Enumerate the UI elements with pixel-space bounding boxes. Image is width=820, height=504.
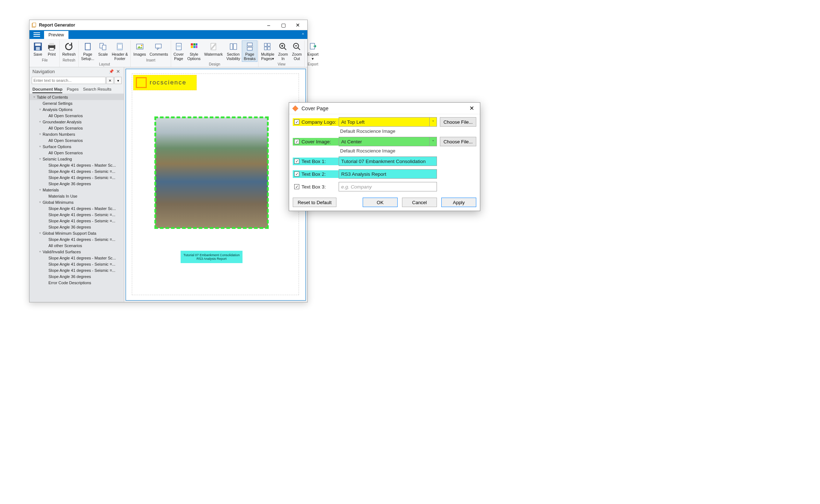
textbox1-input[interactable]: Tutorial 07 Embankment Consolidation [339,156,437,166]
tree-item[interactable]: ▿Materials [29,187,124,193]
cover-page-button[interactable]: Cover Page [172,40,186,62]
comments-button[interactable]: Comments [148,40,170,58]
tree-item[interactable]: Slope Angle 41 degrees - Master Sc... [29,205,124,211]
tree-item[interactable]: ▿Global Minimum Support Data [29,230,124,236]
textbox2-value: RS3 Analysis Report [341,171,386,177]
nav-search-go-button[interactable]: ▾ [114,77,122,84]
textbox3-input[interactable]: e.g. Company [339,182,437,191]
preview-area[interactable]: rocscience Tutorial 07 Embankment Consol… [124,67,307,302]
textbox1-checkbox[interactable]: ✓ [294,159,299,164]
cover-image [155,117,268,228]
reset-to-default-button[interactable]: Reset to Default [293,198,336,207]
tree-item[interactable]: ▿Table of Contents [29,94,124,100]
textbox2-checkbox[interactable]: ✓ [294,171,299,176]
ribbon-group-refresh-label: Refresh [63,58,75,63]
tree-item[interactable]: All Open Scenarios [29,150,124,156]
minimize-button[interactable]: – [261,20,276,30]
company-logo-box[interactable]: rocscience [133,75,197,90]
tree-item[interactable]: General Settings [29,100,124,106]
refresh-button[interactable]: Refresh [60,40,78,58]
cover-image-choose-file-button[interactable]: Choose File... [440,137,476,146]
nav-close-button[interactable]: ✕ [115,69,121,74]
tree-item[interactable]: Slope Angle 41 degrees - Seismic =... [29,218,124,224]
scale-button[interactable]: Scale [96,40,110,62]
nav-pin-button[interactable]: 📌 [107,69,115,74]
zoom-out-button[interactable]: Zoom Out [290,40,304,62]
tree-item[interactable]: Materials In Use [29,193,124,199]
cover-image-helper: Default Rocscience Image [293,147,476,156]
ok-button[interactable]: OK [363,198,398,207]
tree-item[interactable]: Slope Angle 41 degrees - Seismic =... [29,211,124,218]
nav-tab-document-map[interactable]: Document Map [32,86,62,93]
tree-item[interactable]: All Open Scenarios [29,112,124,119]
tab-preview[interactable]: Preview [44,30,68,39]
zoom-in-button[interactable]: Zoom In [276,40,290,62]
cancel-button[interactable]: Cancel [402,198,437,207]
ribbon-group-file-label: File [42,58,48,63]
tree-item[interactable]: Slope Angle 36 degrees [29,180,124,187]
print-button[interactable]: Print [45,40,59,58]
watermark-button[interactable]: Watermark [202,40,225,62]
maximize-button[interactable]: ▢ [276,20,291,30]
multiple-pages-icon [263,41,273,52]
export-button[interactable]: Export ▾ [305,40,320,62]
nav-search-clear-button[interactable]: ✕ [106,77,114,84]
close-button[interactable]: ✕ [291,20,305,30]
textbox2-label-cell: ✓ Text Box 2: [293,170,339,178]
tree-item[interactable]: ▿Surface Options [29,143,124,150]
tree-item[interactable]: Slope Angle 36 degrees [29,224,124,230]
cover-image-position-select[interactable]: At Center ˅ [339,137,437,146]
tree-item[interactable]: Slope Angle 41 degrees - Seismic =... [29,168,124,174]
tree-item[interactable]: All Open Scenarios [29,125,124,131]
apply-button[interactable]: Apply [441,198,476,207]
company-logo-choose-file-button[interactable]: Choose File... [440,117,476,127]
header-footer-button[interactable]: Header & Footer [110,40,130,62]
tree-item[interactable]: ▿Groundwater Analysis [29,119,124,125]
tree-item[interactable]: ▿Analysis Options [29,106,124,112]
nav-search-input[interactable] [32,77,106,84]
svg-rect-28 [193,46,196,48]
file-menu-button[interactable] [29,30,44,39]
tree-item[interactable]: Slope Angle 41 degrees - Master Sc... [29,255,124,261]
save-label: Save [33,52,42,57]
save-button[interactable]: Save [31,40,45,58]
cover-image-checkbox[interactable]: ✓ [294,139,299,144]
svg-rect-27 [191,46,193,48]
tree-item[interactable]: ▿Seismic Loading [29,156,124,162]
tree-item[interactable]: Slope Angle 36 degrees [29,273,124,279]
tree-item[interactable]: ▿Global Minimums [29,199,124,205]
tree-item[interactable]: Slope Angle 41 degrees - Seismic =... [29,236,124,242]
dialog-close-button[interactable]: ✕ [466,103,477,114]
tree-item[interactable]: All other Scenarios [29,242,124,249]
section-visibility-button[interactable]: Section Visibility [225,40,242,62]
page-breaks-button[interactable]: Page Breaks [242,40,257,62]
nav-tab-search-results[interactable]: Search Results [83,86,111,93]
ribbon: Save Print File Refresh Refresh [29,39,307,67]
tree-item[interactable]: ▿Valid/Invalid Surfaces [29,249,124,255]
textbox3-checkbox[interactable]: ✓ [294,184,299,189]
svg-rect-10 [50,48,54,50]
tree-item[interactable]: Slope Angle 41 degrees - Seismic =... [29,174,124,180]
svg-line-46 [298,48,300,50]
company-logo-position-select[interactable]: At Top Left ˅ [339,117,437,127]
tree-item[interactable]: Error Code Descriptions [29,279,124,286]
style-options-button[interactable]: Style Options [186,40,202,62]
tree-item[interactable]: Slope Angle 41 degrees - Seismic =... [29,261,124,267]
page-setup-button[interactable]: Page Setup... [79,40,96,62]
ribbon-collapse-button[interactable]: ^ [299,30,307,39]
multiple-pages-button[interactable]: Multiple Pages▾ [259,40,276,62]
tree-item[interactable]: ▿Random Numbers [29,131,124,137]
nav-tab-pages[interactable]: Pages [67,86,79,93]
zoom-out-label: Zoom Out [292,52,302,61]
tree-item[interactable]: All Open Scenarios [29,137,124,143]
images-button[interactable]: Images [131,40,147,58]
company-logo-checkbox[interactable]: ✓ [294,119,299,124]
cover-caption-box[interactable]: Tutorial 07 Embankment Consolidation RS3… [181,251,243,263]
textbox2-input[interactable]: RS3 Analysis Report [339,169,437,179]
tree-item[interactable]: Slope Angle 41 degrees - Master Sc... [29,162,124,168]
svg-rect-34 [247,43,252,46]
cover-image-box[interactable] [155,117,268,228]
tree-item[interactable]: Slope Angle 41 degrees - Seismic =... [29,267,124,273]
zoom-in-label: Zoom In [278,52,288,61]
nav-tree[interactable]: ▿Table of ContentsGeneral Settings▿Analy… [29,93,124,302]
